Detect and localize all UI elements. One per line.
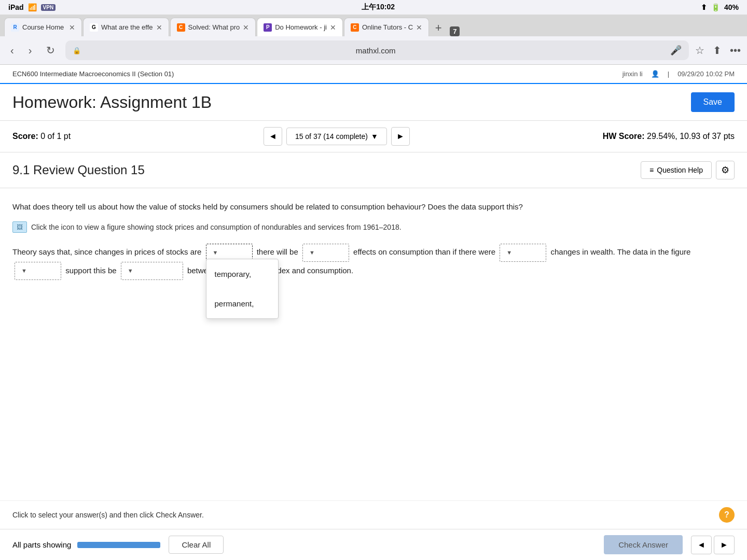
question-navigation: ◄ 15 of 37 (14 complete) ▼ ► — [264, 127, 410, 146]
hw-score-label: HW Score: — [603, 132, 645, 141]
figure-image-icon: 🖼 — [12, 221, 27, 233]
forward-button[interactable]: › — [24, 43, 36, 59]
tab-tutors[interactable]: C Online Tutors - C ✕ — [344, 18, 429, 36]
question-body: What does theory tell us about how the v… — [0, 188, 747, 292]
username: jinxin li — [622, 70, 643, 78]
tab-close-4[interactable]: ✕ — [330, 23, 336, 32]
tab-chegg[interactable]: C Solved: What pro ✕ — [170, 18, 256, 36]
dropdown-5[interactable]: ▼ — [121, 262, 183, 279]
dropdown-5-arrow: ▼ — [128, 264, 133, 277]
homework-title-bar: Homework: Assignment 1B Save — [0, 84, 747, 121]
tab-label-4: Do Homework - ji — [275, 23, 327, 31]
dropdown-2[interactable]: ▼ — [302, 244, 349, 261]
share-icon[interactable]: ⬆ — [713, 44, 722, 57]
tab-close-2[interactable]: ✕ — [156, 23, 162, 32]
question-text: What does theory tell us about how the v… — [12, 201, 735, 213]
progress-display[interactable]: 15 of 37 (14 complete) ▼ — [286, 128, 387, 145]
toolbar-icons: ☆ ⬆ ••• — [695, 44, 741, 57]
question-title: 9.1 Review Question 15 — [12, 163, 145, 177]
fill-text-2: there will be — [257, 247, 298, 256]
question-help-label: Question Help — [657, 166, 703, 174]
completion-progress-bar — [77, 542, 160, 548]
hw-score-value: 29.54%, 10.93 of 37 pts — [647, 132, 735, 141]
tab-course-home[interactable]: R Course Home ✕ — [4, 18, 82, 36]
bottom-instructions: Click to select your answer(s) and then … — [0, 500, 747, 529]
score-value: 0 of 1 pt — [40, 132, 71, 141]
time-display: 上午10:02 — [362, 3, 395, 12]
tab-close-3[interactable]: ✕ — [243, 23, 249, 32]
bottom-navigation: ◄ ► — [691, 536, 735, 554]
tab-favicon-2: G — [90, 23, 98, 32]
mic-icon[interactable]: 🎤 — [670, 45, 682, 56]
list-icon: ≡ — [649, 166, 654, 174]
back-button[interactable]: ‹ — [6, 43, 18, 59]
tab-count[interactable]: 7 — [450, 26, 460, 36]
all-parts-label: All parts showing — [12, 540, 71, 549]
tab-close-1[interactable]: ✕ — [69, 23, 75, 32]
battery-icon: 🔋 — [711, 3, 720, 11]
dropdown-3[interactable]: ▼ — [500, 244, 546, 261]
vpn-badge: VPN — [41, 4, 56, 11]
status-bar: iPad 📶 VPN 上午10:02 ⬆ 🔋 40% — [0, 0, 747, 15]
new-tab-button[interactable]: + — [430, 20, 447, 36]
fill-text-3: effects on consumption than if there wer… — [353, 247, 495, 256]
question-help-button[interactable]: ≡ Question Help — [641, 161, 712, 179]
tab-bar: R Course Home ✕ G What are the effe ✕ C … — [0, 15, 747, 36]
figure-link[interactable]: 🖼 Click the icon to view a figure showin… — [12, 221, 735, 233]
url-bar[interactable]: 🔒 mathxl.com 🎤 — [65, 40, 689, 60]
tab-favicon-1: R — [11, 23, 19, 32]
refresh-button[interactable]: ↻ — [42, 42, 59, 59]
more-icon[interactable]: ••• — [730, 45, 741, 57]
save-button[interactable]: Save — [691, 92, 735, 112]
dropdown-3-container: ▼ — [500, 243, 546, 261]
bookmark-icon[interactable]: ☆ — [695, 44, 704, 57]
dropdown-2-arrow: ▼ — [309, 246, 315, 259]
bluetooth-icon: ⬆ — [701, 3, 707, 11]
tab-favicon-4: P — [264, 23, 272, 32]
score-bar: Score: 0 of 1 pt ◄ 15 of 37 (14 complete… — [0, 121, 747, 152]
fill-text-5: support this be — [65, 266, 116, 275]
help-button[interactable]: ? — [719, 507, 735, 523]
date-time: 09/29/20 10:02 PM — [677, 70, 735, 78]
dropdown-option-permanent[interactable]: permanent, — [206, 289, 278, 318]
settings-button[interactable]: ⚙ — [716, 161, 735, 179]
browser-chrome: R Course Home ✕ G What are the effe ✕ C … — [0, 15, 747, 65]
dropdown-4-arrow: ▼ — [21, 264, 27, 277]
bottom-bar: All parts showing Clear All Check Answer… — [0, 529, 747, 560]
tab-label-2: What are the effe — [101, 23, 153, 31]
dropdown-2-container: ▼ — [302, 243, 349, 261]
tab-label-5: Online Tutors - C — [362, 23, 413, 31]
tab-label-1: Course Home — [22, 23, 66, 31]
wifi-icon: 📶 — [28, 3, 37, 11]
tab-label-3: Solved: What pro — [188, 23, 240, 31]
tab-google[interactable]: G What are the effe ✕ — [83, 18, 169, 36]
dropdown-5-container: ▼ — [121, 262, 183, 280]
dropdown-4[interactable]: ▼ — [15, 262, 61, 279]
instruction-text: Click to select your answer(s) and then … — [12, 511, 204, 519]
tab-favicon-5: C — [351, 23, 359, 32]
dropdown-1-popup[interactable]: temporary, permanent, — [206, 259, 279, 319]
tab-mathxl[interactable]: P Do Homework - ji ✕ — [257, 18, 343, 36]
next-question-button[interactable]: ► — [391, 127, 410, 146]
site-header: ECN600 Intermediate Macroeconomics II (S… — [0, 65, 747, 84]
tab-close-5[interactable]: ✕ — [416, 23, 422, 32]
dropdown-1-arrow: ▼ — [213, 246, 218, 259]
bottom-prev-button[interactable]: ◄ — [691, 536, 712, 554]
device-label: iPad — [8, 3, 24, 11]
check-answer-button[interactable]: Check Answer — [604, 535, 683, 554]
fill-text-1: Theory says that, since changes in price… — [12, 247, 201, 256]
address-bar: ‹ › ↻ 🔒 mathxl.com 🎤 ☆ ⬆ ••• — [0, 36, 747, 64]
dropdown-4-container: ▼ — [15, 262, 61, 280]
dropdown-option-temporary[interactable]: temporary, — [206, 259, 278, 289]
dropdown-1-container: ▼ temporary, permanent, — [206, 243, 253, 261]
user-icon: 👤 — [651, 70, 659, 78]
question-header: 9.1 Review Question 15 ≡ Question Help ⚙ — [0, 152, 747, 188]
clear-all-button[interactable]: Clear All — [169, 536, 224, 554]
prev-question-button[interactable]: ◄ — [264, 127, 282, 146]
fill-text-4: changes in wealth. The data in the figur… — [550, 247, 690, 256]
course-name: ECN600 Intermediate Macroeconomics II (S… — [12, 70, 174, 78]
dropdown-3-arrow: ▼ — [506, 246, 512, 259]
question-tools: ≡ Question Help ⚙ — [641, 161, 735, 179]
fill-in-blank-area: Theory says that, since changes in price… — [12, 243, 735, 279]
bottom-next-button[interactable]: ► — [714, 536, 735, 554]
